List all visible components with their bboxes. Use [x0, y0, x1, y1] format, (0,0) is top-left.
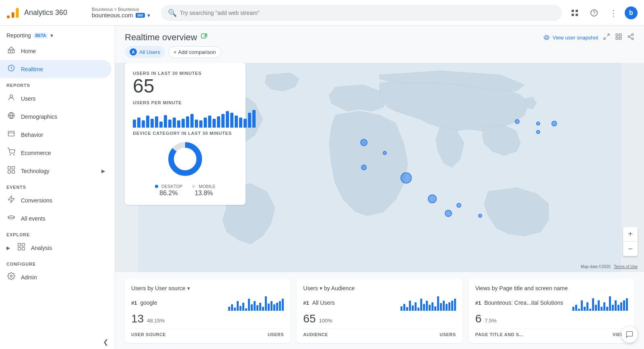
share-button[interactable]	[627, 33, 634, 42]
bar-item	[244, 119, 247, 128]
sidebar-item-all-events[interactable]: All events	[0, 209, 111, 227]
bar-item	[173, 118, 176, 127]
apps-grid-button[interactable]	[567, 5, 583, 21]
view-snapshot-button[interactable]: View user snapshot	[543, 34, 598, 41]
help-button[interactable]: ?	[586, 5, 602, 21]
chat-button[interactable]	[621, 326, 638, 343]
analysis-icon	[17, 243, 26, 253]
mini-bar-item	[448, 302, 450, 311]
ecommerce-icon	[6, 148, 16, 158]
stats-card: USERS IN LAST 30 MINUTES 65 USERS PER MI…	[125, 63, 246, 205]
audience-dropdown-icon[interactable]: ▾	[320, 285, 322, 291]
mini-bar-item	[451, 301, 453, 311]
card-rank-2: #1	[303, 300, 309, 306]
bar-item	[221, 114, 225, 128]
bottom-card-page-title: Views by Page title and screen name #1 B…	[469, 279, 634, 343]
device-category-label: DEVICE CATEGORY IN LAST 30 MINUTES	[133, 131, 237, 136]
add-comparison-button[interactable]: + Add comparison	[168, 46, 221, 58]
svg-point-16	[14, 155, 14, 155]
mini-bar-item	[623, 300, 625, 311]
sidebar-item-technology[interactable]: Technology ▶	[0, 162, 111, 180]
mini-bar-item	[601, 307, 603, 311]
fullscreen-button[interactable]	[603, 33, 610, 42]
bottom-card-user-source: Users by User source ▾ #1 google 13 48.1…	[125, 279, 290, 343]
search-bar[interactable]: 🔍	[161, 5, 562, 21]
bar-item	[204, 118, 207, 127]
title-external-icon[interactable]	[200, 33, 208, 42]
sidebar-item-demographics[interactable]: Demographics	[0, 107, 111, 126]
card-title-user-source: Users by User source ▾	[131, 285, 284, 291]
more-options-button[interactable]: ⋮	[605, 5, 621, 21]
sidebar-collapse-button[interactable]: ❮	[0, 335, 115, 349]
svg-point-31	[545, 36, 548, 39]
svg-line-32	[607, 34, 609, 36]
all-users-chip[interactable]: A All Users	[125, 46, 165, 58]
chart-settings-button[interactable]	[615, 33, 622, 42]
mini-bar-item	[446, 304, 448, 311]
mini-bar-item	[589, 309, 591, 311]
sidebar-item-users[interactable]: Users	[0, 89, 111, 107]
sidebar-item-ecommerce-label: Ecommerce	[21, 150, 51, 156]
sidebar-item-realtime[interactable]: Realtime	[0, 60, 111, 78]
main-content: Realtime overview View user snapshot	[115, 26, 644, 349]
bar-item	[159, 122, 163, 128]
svg-rect-9	[8, 50, 14, 53]
sidebar-item-demographics-label: Demographics	[21, 114, 57, 120]
badge-360: 360	[136, 13, 145, 18]
add-icon: +	[173, 49, 177, 55]
sidebar-item-ecommerce[interactable]: Ecommerce	[0, 144, 111, 162]
mini-bar-item	[415, 302, 417, 311]
realtime-header: Realtime overview View user snapshot	[115, 26, 644, 46]
sidebar-item-home[interactable]: Home	[0, 42, 111, 60]
reporting-section[interactable]: Reporting BETA ▾	[0, 26, 115, 42]
sidebar-item-behavior[interactable]: Behavior	[0, 126, 111, 144]
card-rank-1: #1	[131, 300, 137, 306]
mini-bar-item	[242, 303, 244, 311]
desktop-pct: 86.2%	[155, 190, 183, 197]
mini-bar-item	[276, 303, 278, 311]
bar-item	[190, 114, 194, 128]
mini-bar-item	[609, 296, 611, 311]
logo-text: Analytics 360	[24, 8, 67, 17]
user-avatar[interactable]: b	[625, 6, 638, 19]
search-input[interactable]	[180, 10, 555, 16]
bar-item	[195, 120, 198, 128]
donut-labels: DESKTOP 86.2% MOBILE 13.8%	[155, 182, 216, 197]
mini-bar-item	[598, 300, 600, 311]
ga-logo-icon	[6, 6, 21, 20]
mini-bar-item	[234, 308, 236, 311]
mini-bar-item	[586, 302, 588, 311]
sidebar-item-conversions[interactable]: Conversions	[0, 191, 111, 209]
zoom-in-button[interactable]: +	[623, 227, 638, 242]
topbar-actions: ? ⋮ b	[567, 5, 638, 21]
svg-rect-26	[18, 248, 21, 250]
account-selector[interactable]: Bounteous > Bounteous bounteous.com 360 …	[92, 7, 156, 19]
reporting-dropdown-icon[interactable]: ▾	[50, 32, 53, 39]
card-footer-user-source: USER SOURCE USERS	[131, 328, 284, 337]
terms-of-use-link[interactable]: Terms of Use	[614, 264, 638, 269]
card-item-all-users: All Users	[312, 299, 335, 306]
bar-item	[208, 116, 211, 127]
card-title-page-title: Views by Page title and screen name	[475, 285, 628, 291]
mini-bar-item	[412, 306, 414, 311]
bar-item	[182, 119, 185, 128]
mini-bar-item	[581, 300, 583, 311]
sidebar-item-behavior-label: Behavior	[21, 132, 43, 138]
desktop-text: DESKTOP	[161, 184, 182, 189]
zoom-out-button[interactable]: −	[623, 242, 638, 256]
snapshot-icon	[543, 34, 550, 41]
svg-point-38	[632, 33, 634, 35]
card-count-row-2: 65 100%	[303, 312, 456, 325]
map-bubble	[383, 151, 387, 155]
more-icon: ⋮	[609, 8, 617, 18]
account-dropdown-icon[interactable]: ▾	[147, 12, 150, 19]
bar-item	[248, 113, 251, 128]
card-row-all-users: #1 All Users	[303, 295, 456, 311]
card-title-audience: Users ▾ by Audience	[303, 285, 456, 291]
sidebar-item-analysis[interactable]: ▶ Analysis	[0, 239, 111, 257]
card-row-google: #1 google	[131, 295, 284, 311]
user-source-dropdown-icon[interactable]: ▾	[187, 285, 190, 291]
bar-item	[177, 120, 180, 128]
mini-bar-item	[256, 305, 258, 311]
sidebar-item-admin[interactable]: Admin	[0, 268, 111, 286]
